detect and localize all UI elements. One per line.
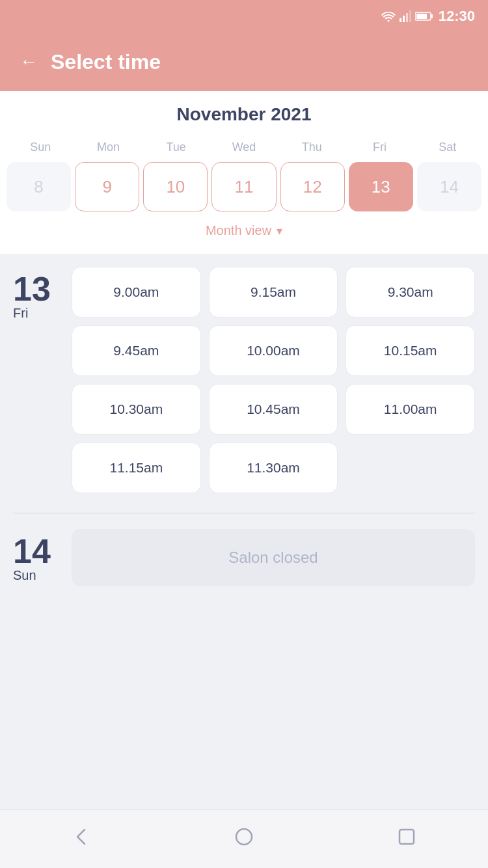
back-nav-icon bbox=[70, 826, 92, 848]
day-block-14: 14 Sun Salon closed bbox=[13, 529, 475, 586]
weekday-sat: Sat bbox=[414, 137, 481, 158]
app-header: ← Select time bbox=[0, 33, 488, 91]
time-slot-1130am[interactable]: 11.30am bbox=[209, 442, 338, 493]
recents-nav-icon bbox=[396, 826, 418, 848]
dates-row: 8 9 10 11 12 13 14 bbox=[0, 158, 488, 218]
date-cell-12[interactable]: 12 bbox=[280, 162, 345, 211]
salon-closed-block: Salon closed bbox=[72, 529, 475, 586]
month-year-label: November 2021 bbox=[0, 104, 488, 125]
date-cell-14[interactable]: 14 bbox=[417, 162, 481, 211]
time-slot-1000am[interactable]: 10.00am bbox=[209, 325, 338, 376]
slots-section: 13 Fri 9.00am 9.15am 9.30am 9.45am 10.00… bbox=[0, 254, 488, 809]
month-view-label: Month view bbox=[206, 223, 271, 238]
status-time: 12:30 bbox=[439, 8, 475, 25]
back-nav-button[interactable] bbox=[70, 826, 92, 852]
day-label-13: 13 Fri bbox=[13, 267, 72, 493]
date-cell-9[interactable]: 9 bbox=[75, 162, 139, 211]
time-slot-1100am[interactable]: 11.00am bbox=[346, 384, 475, 435]
status-bar: 12:30 bbox=[0, 0, 488, 33]
battery-icon bbox=[415, 11, 433, 21]
page-title: Select time bbox=[51, 50, 161, 74]
date-cell-13[interactable]: 13 bbox=[349, 162, 413, 211]
day-block-13: 13 Fri 9.00am 9.15am 9.30am 9.45am 10.00… bbox=[13, 267, 475, 493]
day-label-14: 14 Sun bbox=[13, 529, 72, 586]
time-slot-915am[interactable]: 9.15am bbox=[209, 267, 338, 318]
recents-nav-button[interactable] bbox=[396, 826, 418, 852]
time-slot-1030am[interactable]: 10.30am bbox=[72, 384, 201, 435]
calendar-section: November 2021 Sun Mon Tue Wed Thu Fri Sa… bbox=[0, 91, 488, 254]
date-cell-11[interactable]: 11 bbox=[211, 162, 276, 211]
day-name-13: Fri bbox=[13, 306, 72, 321]
divider bbox=[13, 513, 475, 513]
time-slot-1045am[interactable]: 10.45am bbox=[209, 384, 338, 435]
wifi-icon bbox=[381, 10, 396, 22]
svg-rect-0 bbox=[400, 18, 401, 22]
weekday-thu: Thu bbox=[278, 137, 346, 158]
slots-grid-13: 9.00am 9.15am 9.30am 9.45am 10.00am 10.1… bbox=[72, 267, 475, 493]
svg-rect-5 bbox=[431, 14, 433, 18]
time-slot-900am[interactable]: 9.00am bbox=[72, 267, 201, 318]
time-slot-930am[interactable]: 9.30am bbox=[346, 267, 475, 318]
weekday-fri: Fri bbox=[346, 137, 413, 158]
home-nav-button[interactable] bbox=[233, 826, 255, 852]
day-number-14: 14 bbox=[13, 534, 72, 568]
weekday-wed: Wed bbox=[210, 137, 278, 158]
svg-rect-1 bbox=[403, 16, 405, 22]
svg-rect-6 bbox=[416, 14, 427, 19]
weekday-tue: Tue bbox=[142, 137, 210, 158]
bottom-nav bbox=[0, 809, 488, 868]
day-name-14: Sun bbox=[13, 568, 72, 583]
time-slot-1115am[interactable]: 11.15am bbox=[72, 442, 201, 493]
svg-rect-8 bbox=[400, 830, 414, 844]
salon-closed-label: Salon closed bbox=[228, 549, 318, 567]
weekday-row: Sun Mon Tue Wed Thu Fri Sat bbox=[0, 137, 488, 158]
back-button[interactable]: ← bbox=[20, 53, 38, 71]
weekday-mon: Mon bbox=[74, 137, 142, 158]
day-number-13: 13 bbox=[13, 272, 72, 306]
svg-rect-3 bbox=[409, 10, 411, 22]
month-view-toggle[interactable]: Month view ▾ bbox=[0, 218, 488, 247]
chevron-down-icon: ▾ bbox=[277, 224, 282, 238]
svg-rect-2 bbox=[406, 13, 408, 22]
time-slot-945am[interactable]: 9.45am bbox=[72, 325, 201, 376]
home-nav-icon bbox=[233, 826, 255, 848]
time-slot-1015am[interactable]: 10.15am bbox=[346, 325, 475, 376]
weekday-sun: Sun bbox=[7, 137, 74, 158]
date-cell-8[interactable]: 8 bbox=[7, 162, 71, 211]
status-icons bbox=[381, 10, 433, 22]
signal-icon bbox=[400, 10, 411, 22]
date-cell-10[interactable]: 10 bbox=[143, 162, 208, 211]
svg-point-7 bbox=[236, 829, 252, 845]
